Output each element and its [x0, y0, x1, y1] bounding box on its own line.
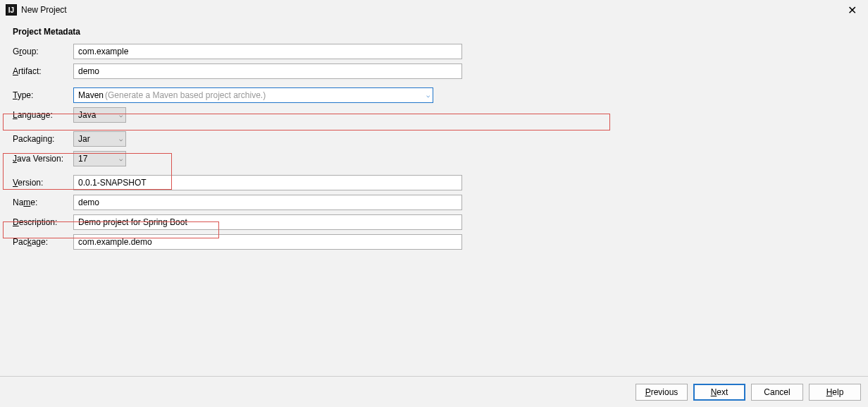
label-language: Language: — [13, 110, 73, 120]
package-input[interactable] — [73, 234, 462, 250]
language-value: Java — [78, 110, 96, 120]
form-area: Project Metadata Group: Artifact: Type: … — [0, 20, 868, 261]
row-description: Description: — [13, 214, 855, 230]
row-java-version: Java Version: 17 ⌵ — [13, 151, 855, 166]
label-type: Type: — [13, 90, 73, 100]
help-button[interactable]: Help — [809, 384, 861, 401]
type-select[interactable]: Maven (Generate a Maven based project ar… — [73, 87, 433, 103]
label-package: Package: — [13, 237, 73, 247]
row-version: Version: — [13, 175, 855, 190]
cancel-button[interactable]: Cancel — [751, 384, 803, 401]
chevron-down-icon: ⌵ — [119, 155, 123, 162]
row-name: Name: — [13, 195, 855, 210]
label-description: Description: — [13, 217, 73, 227]
previous-button[interactable]: Previous — [636, 384, 688, 401]
row-package: Package: — [13, 234, 855, 250]
java-version-select[interactable]: 17 ⌵ — [73, 151, 126, 166]
group-input[interactable] — [73, 44, 462, 59]
type-value: Maven — [78, 90, 104, 100]
label-group: Group: — [13, 47, 73, 56]
packaging-select[interactable]: Jar ⌵ — [73, 131, 126, 147]
chevron-down-icon: ⌵ — [119, 111, 123, 119]
label-artifact: Artifact: — [13, 66, 73, 76]
section-title: Project Metadata — [13, 27, 855, 37]
artifact-input[interactable] — [73, 63, 462, 79]
packaging-value: Jar — [78, 134, 90, 144]
name-input[interactable] — [73, 195, 462, 210]
label-version: Version: — [13, 178, 73, 188]
titlebar: IJ New Project ✕ — [0, 0, 868, 20]
chevron-down-icon: ⌵ — [119, 135, 123, 142]
row-group: Group: — [13, 44, 855, 59]
footer: Previous Next Cancel Help — [0, 376, 868, 407]
type-hint: (Generate a Maven based project archive.… — [105, 90, 266, 100]
row-type: Type: Maven (Generate a Maven based proj… — [13, 87, 855, 103]
language-select[interactable]: Java ⌵ — [73, 107, 126, 123]
app-icon: IJ — [6, 4, 17, 16]
label-packaging: Packaging: — [13, 134, 73, 144]
close-icon[interactable]: ✕ — [842, 4, 862, 17]
row-artifact: Artifact: — [13, 63, 855, 79]
java-version-value: 17 — [78, 154, 87, 164]
window-title: New Project — [21, 5, 67, 15]
row-language: Language: Java ⌵ — [13, 107, 855, 123]
chevron-down-icon: ⌵ — [426, 92, 430, 99]
row-packaging: Packaging: Jar ⌵ — [13, 131, 855, 147]
version-input[interactable] — [73, 175, 462, 190]
description-input[interactable] — [73, 214, 462, 230]
label-java-version: Java Version: — [13, 154, 73, 164]
next-button[interactable]: Next — [693, 384, 745, 401]
label-name: Name: — [13, 198, 73, 207]
